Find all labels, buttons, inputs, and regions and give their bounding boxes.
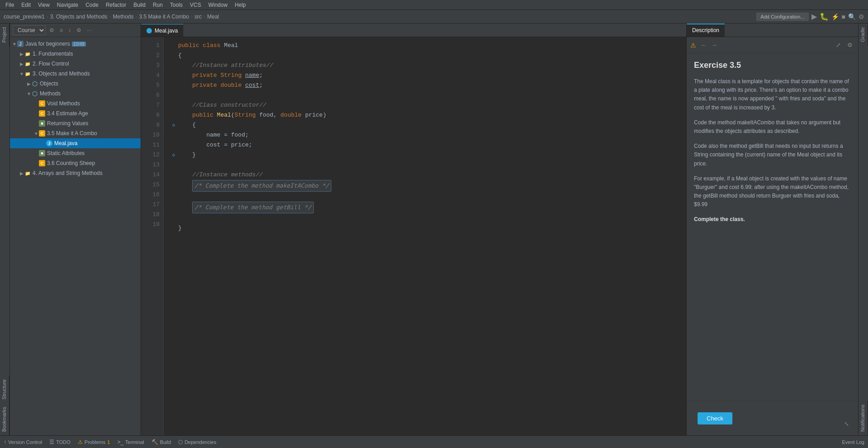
sidebar-sync-button[interactable]: ⚙ [47, 26, 56, 34]
settings-panel-button[interactable]: ⚙ [845, 41, 854, 49]
sidebar-expand-button[interactable]: ↕ [66, 26, 73, 34]
expand-panel-button[interactable]: ⤢ [834, 41, 843, 49]
problems-label: Problems [85, 439, 105, 445]
sidebar-item-static-attributes[interactable]: ■ Static Attributes [10, 148, 141, 158]
next-arrow-button[interactable]: → [709, 41, 719, 49]
sidebar-item-methods[interactable]: ▼ ⬡ Methods [10, 89, 141, 99]
sidebar-item-make-it-combo[interactable]: ▼ C 3.5 Make it A Combo [10, 128, 141, 138]
bottom-bar: ↑ Version Control ☰ TODO ⚠ Problems 1 >_… [0, 435, 868, 448]
tab-description[interactable]: Description [687, 24, 725, 37]
problems-item[interactable]: ⚠ Problems 1 [78, 439, 110, 445]
gradle-panel-label[interactable]: Gradle [859, 24, 868, 46]
menu-edit[interactable]: Edit [18, 1, 34, 9]
menu-file[interactable]: File [2, 1, 18, 9]
arrays-arrow: ▶ [19, 170, 24, 176]
sidebar-item-returning-values[interactable]: ■ Returning Values [10, 118, 141, 128]
code-line-17: /* Complete the method getBill */ [169, 202, 681, 213]
breadcrumb-src[interactable]: src [194, 14, 202, 20]
arrays-label: 4. Arrays and String Methods [33, 170, 103, 176]
objects-methods-label: 3. Objects and Methods [33, 71, 90, 77]
check-button[interactable]: Check [698, 412, 732, 424]
sidebar-item-estimate-age[interactable]: C 3.4 Estimate Age [10, 108, 141, 118]
sidebar-sort-button[interactable]: ≡ [58, 26, 65, 34]
settings-icon[interactable]: ⚙ [859, 13, 864, 20]
debug-icon[interactable]: 🐛 [820, 12, 829, 21]
root-arrow: ▼ [12, 41, 17, 47]
sidebar-item-fundamentals[interactable]: ▶ 📁 1. Fundamentals [10, 49, 141, 59]
resize-panel-button[interactable]: ⤡ [842, 420, 851, 428]
fundamentals-icon: 📁 [24, 51, 31, 57]
todo-item[interactable]: ☰ TODO [49, 439, 71, 445]
stop-icon[interactable]: ■ [842, 13, 845, 20]
sidebar-more-button[interactable]: ··· [85, 26, 93, 34]
left-side-labels: Project Structure Bookmarks [0, 24, 10, 435]
warning-icon: ⚠ [690, 42, 696, 49]
menu-tools[interactable]: Tools [166, 1, 186, 9]
menu-build[interactable]: Build [130, 1, 149, 9]
toolbar: course_preview1 › 3. Objects and Methods… [0, 10, 868, 24]
menu-vcs[interactable]: VCS [186, 1, 205, 9]
objects-methods-icon: 📁 [24, 71, 31, 77]
event-log-item[interactable]: Event Log [842, 439, 864, 445]
code-line-18 [169, 213, 681, 223]
breadcrumb-project[interactable]: course_preview1 [4, 14, 45, 20]
sheep-arrow [33, 160, 39, 166]
prev-arrow-button[interactable]: ← [699, 41, 708, 49]
menu-code[interactable]: Code [82, 1, 102, 9]
event-log-label: Event Log [842, 439, 864, 445]
static-arrow [33, 151, 39, 156]
sidebar-item-objects[interactable]: ▶ ⬡ Objects [10, 79, 141, 89]
menu-refactor[interactable]: Refactor [102, 1, 130, 9]
code-line-12: ◇ } [169, 150, 681, 160]
code-content[interactable]: public class Meal { //Instance attribute… [164, 37, 686, 435]
menu-window[interactable]: Window [205, 1, 231, 9]
objects-arrow: ▶ [26, 81, 32, 86]
sidebar-collapse-button[interactable]: ⚙ [75, 26, 83, 34]
menu-help[interactable]: Help [231, 1, 250, 9]
returning-values-label: Returning Values [47, 120, 88, 127]
breadcrumb-exercise[interactable]: 3.5 Make it A Combo [139, 14, 189, 20]
toolbar-right: Add Configuration... ▶ 🐛 ⚡ ■ 🔍 ⚙ [756, 12, 864, 21]
methods-arrow: ▼ [26, 91, 32, 96]
desc-paragraph-4: For example, if a Meal object is created… [694, 174, 851, 209]
menu-view[interactable]: View [34, 1, 53, 9]
sheep-icon: C [39, 160, 45, 166]
terminal-item[interactable]: >_ Terminal [117, 439, 144, 445]
breadcrumb-file[interactable]: Meal [207, 14, 219, 20]
version-control-item[interactable]: ↑ Version Control [4, 439, 42, 445]
build-item[interactable]: 🔨 Build [151, 439, 171, 445]
menu-navigate[interactable]: Navigate [53, 1, 82, 9]
sidebar-item-arrays-string[interactable]: ▶ 📁 4. Arrays and String Methods [10, 168, 141, 178]
search-icon[interactable]: 🔍 [848, 13, 856, 20]
course-selector[interactable]: Course [13, 25, 46, 35]
dependencies-item[interactable]: ⬡ Dependencies [178, 439, 216, 445]
right-panel-content: Exercise 3.5 The Meal class is a templat… [687, 53, 858, 401]
tab-meal-java[interactable]: Meal.java [141, 24, 184, 37]
main-layout: Project Structure Bookmarks Course ⚙ ≡ ↕… [0, 24, 868, 435]
build-icon: 🔨 [151, 439, 158, 445]
terminal-icon: >_ [117, 439, 123, 445]
combo-label: 3.5 Make it A Combo [47, 130, 97, 137]
todo-icon: ☰ [49, 439, 54, 445]
run-icon[interactable]: ▶ [811, 12, 817, 21]
coverage-icon[interactable]: ⚡ [831, 13, 839, 20]
bookmarks-panel-label[interactable]: Bookmarks [0, 403, 9, 435]
sidebar-item-objects-methods[interactable]: ▼ 📁 3. Objects and Methods [10, 69, 141, 79]
code-line-7: //Class constructor// [169, 100, 681, 110]
tree-root[interactable]: ▼ J Java for beginners 10/48 [10, 39, 141, 49]
sidebar-item-counting-sheep[interactable]: C 3.6 Counting Sheep [10, 158, 141, 168]
breadcrumb-folder[interactable]: Methods [113, 14, 133, 20]
fundamentals-label: 1. Fundamentals [33, 51, 73, 57]
sidebar-item-meal-java[interactable]: J Meal.java [10, 138, 141, 148]
root-icon: J [17, 41, 24, 47]
sidebar-item-flow-control[interactable]: ▶ 📁 2. Flow Control [10, 59, 141, 69]
project-panel-label[interactable]: Project [0, 24, 9, 46]
add-configuration-button[interactable]: Add Configuration... [756, 13, 808, 21]
structure-panel-label[interactable]: Structure [0, 376, 9, 403]
right-side-labels: Gradle Notifications [858, 24, 868, 435]
estimate-age-arrow [33, 111, 39, 116]
sidebar-item-void-methods[interactable]: C Void Methods [10, 99, 141, 108]
menu-run[interactable]: Run [149, 1, 166, 9]
notifications-panel-label[interactable]: Notifications [859, 401, 868, 435]
breadcrumb-module[interactable]: 3. Objects and Methods [50, 14, 108, 20]
